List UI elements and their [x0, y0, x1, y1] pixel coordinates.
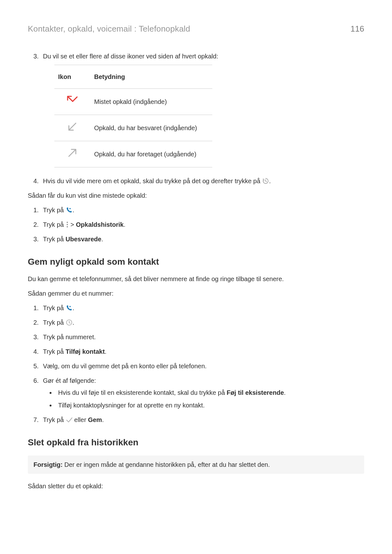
- missed-step-2: Tryk på > Opkaldshistorik.: [40, 220, 364, 229]
- step-text-after: .: [102, 416, 104, 423]
- svg-point-0: [69, 208, 70, 209]
- clock-icon: [66, 319, 73, 326]
- svg-point-4: [69, 306, 70, 307]
- save-section-heading: Gem nyligt opkald som kontakt: [28, 255, 364, 268]
- step-text-after: .: [73, 319, 75, 326]
- save-intro-2: Sådan gemmer du et nummer:: [28, 289, 364, 298]
- table-cell-meaning: Mistet opkald (indgående): [90, 89, 212, 115]
- top-step-4: Hvis du vil vide mere om et opkald, skal…: [40, 176, 364, 186]
- missed-call-icon: [67, 96, 78, 105]
- arrow-up-right-icon: [68, 148, 77, 158]
- table-cell-meaning: Opkald, du har besvaret (indgående): [90, 115, 212, 141]
- step-text-before: Tryk på: [43, 319, 66, 326]
- missed-step-3: Tryk på Ubesvarede.: [40, 234, 364, 244]
- page-header: Kontakter, opkald, voicemail : Telefonop…: [28, 23, 364, 35]
- checkmark-icon: [66, 416, 73, 423]
- bullet-bold: Føj til eksisterende: [227, 389, 284, 396]
- caution-label: Forsigtig:: [33, 461, 63, 468]
- step-text: Vælg, om du vil gemme det på en konto el…: [43, 363, 207, 370]
- phone-icon: [66, 207, 73, 214]
- missed-call-icon-cell: [54, 89, 90, 115]
- top-steps: Du vil se et eller flere af disse ikoner…: [28, 51, 364, 186]
- save-step-6-bullets: Hvis du vil føje til en eksisterende kon…: [43, 388, 364, 410]
- table-row: Mistet opkald (indgående): [54, 89, 212, 115]
- step-text-bold: Opkaldshistorik: [76, 221, 124, 228]
- step-text-bold: Gem: [88, 416, 102, 423]
- save-step-4: Tryk på Tilføj kontakt.: [40, 347, 364, 356]
- step-text-before: Tryk på: [43, 348, 66, 355]
- save-steps: Tryk på . Tryk på . Tryk på nummeret. Tr…: [28, 303, 364, 425]
- missed-intro: Sådan får du kun vist dine mistede opkal…: [28, 191, 364, 200]
- list-item: Tilføj kontaktoplysninger for at oprette…: [56, 400, 364, 410]
- phone-icon: [66, 304, 73, 311]
- save-step-2: Tryk på .: [40, 318, 364, 327]
- step-text-after: .: [73, 304, 75, 311]
- missed-steps: Tryk på . Tryk på > Opkaldshistorik. Try…: [28, 205, 364, 244]
- step-text-after: .: [269, 178, 271, 184]
- missed-step-1: Tryk på .: [40, 205, 364, 215]
- arrow-down-left-icon: [68, 122, 77, 131]
- bullet-text: Tilføj kontaktoplysninger for at oprette…: [58, 402, 205, 409]
- top-step-3: Du vil se et eller flere af disse ikoner…: [40, 51, 364, 167]
- svg-point-3: [67, 226, 68, 227]
- table-header-meaning: Betydning: [90, 65, 212, 89]
- step-text: Tryk på nummeret.: [43, 334, 96, 340]
- step-text-after: .: [105, 348, 107, 355]
- save-step-3: Tryk på nummeret.: [40, 332, 364, 342]
- list-item: Hvis du vil føje til en eksisterende kon…: [56, 388, 364, 397]
- breadcrumb: Kontakter, opkald, voicemail : Telefonop…: [28, 23, 190, 35]
- step-text-mid: eller: [73, 416, 88, 423]
- delete-section-heading: Slet opkald fra historikken: [28, 436, 364, 449]
- step-text-before: Hvis du vil vide mere om et opkald, skal…: [43, 178, 262, 184]
- table-cell-meaning: Opkald, du har foretaget (udgående): [90, 141, 212, 167]
- step-text-bold: Ubesvarede: [66, 236, 101, 243]
- step-text-before: Tryk på: [43, 304, 66, 311]
- step-text-mid: >: [69, 221, 76, 228]
- step-text-before: Tryk på: [43, 236, 66, 243]
- step-text: Gør ét af følgende:: [43, 377, 96, 384]
- step-text-after: .: [124, 221, 125, 228]
- page: Kontakter, opkald, voicemail : Telefonop…: [0, 0, 392, 554]
- table-row: Opkald, du har foretaget (udgående): [54, 141, 212, 167]
- step-text-before: Tryk på: [43, 207, 66, 214]
- step-text-after: .: [101, 236, 103, 243]
- save-step-7: Tryk på eller Gem.: [40, 415, 364, 425]
- bullet-after: .: [284, 389, 286, 396]
- delete-intro: Sådan sletter du et opkald:: [28, 481, 364, 491]
- history-clock-icon: [262, 178, 269, 184]
- bullet-before: Hvis du vil føje til en eksisterende kon…: [58, 389, 227, 396]
- more-vert-icon: [66, 221, 69, 228]
- step-text-before: Tryk på: [43, 416, 66, 423]
- save-step-6: Gør ét af følgende: Hvis du vil føje til…: [40, 376, 364, 410]
- save-intro-1: Du kan gemme et telefonnummer, så det bl…: [28, 274, 364, 284]
- icon-table: Ikon Betydning Mistet opkald (indgående): [54, 65, 212, 167]
- caution-box: Forsigtig: Der er ingen måde at gendanne…: [28, 455, 364, 474]
- outgoing-call-icon-cell: [54, 141, 90, 167]
- step-text-after: .: [73, 207, 75, 214]
- caution-text: Der er ingen måde at gendanne historikke…: [63, 461, 270, 468]
- page-number: 116: [351, 23, 364, 35]
- save-step-1: Tryk på .: [40, 303, 364, 313]
- table-row: Opkald, du har besvaret (indgående): [54, 115, 212, 141]
- svg-point-2: [67, 224, 68, 225]
- step-text: Du vil se et eller flere af disse ikoner…: [43, 53, 218, 60]
- step-text-before: Tryk på: [43, 221, 66, 228]
- incoming-answered-icon-cell: [54, 115, 90, 141]
- svg-point-1: [67, 222, 68, 223]
- save-step-5: Vælg, om du vil gemme det på en konto el…: [40, 361, 364, 371]
- table-header-icon: Ikon: [54, 65, 90, 89]
- step-text-bold: Tilføj kontakt: [66, 348, 105, 355]
